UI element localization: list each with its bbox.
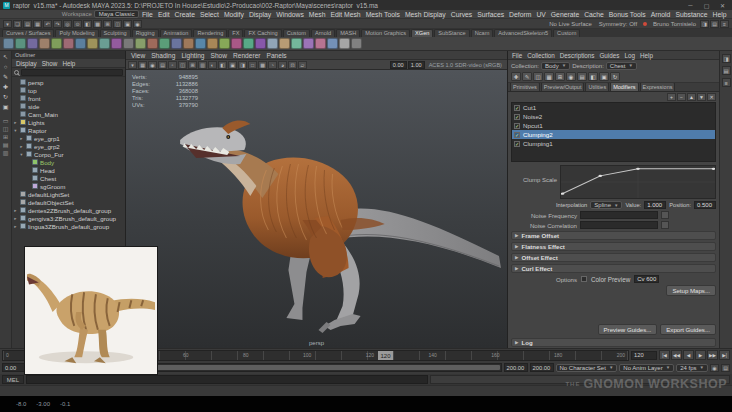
shelf-icon[interactable] (159, 38, 170, 49)
collection-dropdown[interactable]: Body ▼ (541, 62, 570, 70)
shelf-icon[interactable] (231, 38, 242, 49)
menu-item[interactable]: Curves (448, 11, 475, 18)
noise-frequency-field[interactable] (580, 211, 658, 219)
menu-item[interactable]: Generate (548, 11, 581, 18)
shelf-icon[interactable] (3, 38, 14, 49)
shelf-icon[interactable] (15, 38, 26, 49)
outliner-menu-item[interactable]: Display (16, 60, 37, 67)
shelf-icon[interactable] (63, 38, 74, 49)
playback-end-field[interactable]: 200.00 (504, 363, 528, 372)
mel-toggle-button[interactable]: MEL (2, 375, 24, 384)
menu-item[interactable]: Deform (507, 11, 534, 18)
status-line-icon[interactable]: ▤ (23, 20, 32, 28)
modifier-tool-icon[interactable]: − (677, 93, 686, 101)
playback-button[interactable]: ◀ (683, 350, 694, 360)
live-surface-indicator[interactable]: No Live Surface (546, 21, 595, 27)
outliner-item[interactable]: side (12, 102, 125, 110)
outliner-item[interactable]: ▸ Lights (12, 118, 125, 126)
outliner-header[interactable]: Outliner (12, 51, 125, 59)
outliner-item[interactable]: sgGroom (12, 182, 125, 190)
menu-item[interactable]: Display (246, 11, 273, 18)
viewport-toolbar-icon[interactable]: □ (248, 61, 257, 69)
expand-arrow-icon[interactable]: ▸ (13, 120, 18, 125)
menu-item[interactable]: Surfaces (475, 11, 507, 18)
xgen-menu-item[interactable]: Guides (599, 52, 619, 59)
panel-toggle-icon[interactable]: ▤ (722, 66, 731, 75)
modifier-tool-icon[interactable]: ▲ (687, 93, 696, 101)
menu-item[interactable]: Edit Mesh (328, 11, 363, 18)
shelf-tab[interactable]: Rendering (193, 29, 227, 37)
xgen-tab[interactable]: Primitives (510, 83, 540, 91)
viewport-toolbar-icon[interactable]: ◕ (278, 61, 287, 69)
fps-dropdown[interactable]: 24 fps ▼ (676, 364, 708, 372)
xgen-toolbar-icon[interactable]: ↻ (610, 72, 620, 81)
shelf-icon[interactable] (75, 38, 86, 49)
xgen-tab[interactable]: Preview/Output (541, 83, 585, 91)
log-section-header[interactable]: ▶ Log (511, 338, 716, 347)
description-dropdown[interactable]: Chest ▼ (606, 62, 637, 70)
status-line-icon[interactable]: ↶ (43, 20, 52, 28)
outliner-item[interactable]: ▸ lingua3ZBrush_default_group (12, 222, 125, 230)
shelf-tab[interactable]: MASH (336, 29, 360, 37)
viewport-canvas[interactable]: Verts: 948895 Edges: 1132886 Faces: 3680… (126, 70, 507, 348)
cv-field[interactable]: Cv 600 (634, 275, 659, 283)
section-header[interactable]: ▶ Offset Effect (511, 253, 716, 262)
color-preview-checkbox[interactable] (581, 276, 587, 282)
current-time-field[interactable]: 120 (631, 351, 657, 360)
map-button-icon[interactable] (661, 211, 669, 219)
status-line-icon[interactable]: ◎ (63, 20, 72, 28)
shelf-tab[interactable]: Sculpting (100, 29, 131, 37)
layout-preset-icon[interactable]: ▥ (1, 150, 10, 157)
shelf-icon[interactable] (267, 38, 278, 49)
xgen-toolbar-icon[interactable]: ▣ (599, 72, 609, 81)
sidebar-toggle-icon[interactable]: ▤ (710, 20, 719, 28)
viewport-toolbar-icon[interactable]: ◉ (148, 61, 157, 69)
section-header[interactable]: ▶ Frame Offset (511, 231, 716, 240)
expand-arrow-icon[interactable]: ▾ (13, 128, 18, 133)
xgen-tab[interactable]: Modifiers (610, 83, 638, 91)
menu-item[interactable]: Mesh (306, 11, 328, 18)
current-frame-marker[interactable]: 120 (378, 351, 393, 360)
outliner-item[interactable]: Body (12, 158, 125, 166)
panel-toggle-icon[interactable]: ◨ (722, 54, 731, 63)
xgen-toolbar-icon[interactable]: ✎ (522, 72, 532, 81)
shelf-icon[interactable] (243, 38, 254, 49)
maximize-button[interactable]: ▢ (700, 2, 713, 9)
outliner-item[interactable]: persp (12, 78, 125, 86)
outliner-menu-item[interactable]: Help (62, 60, 75, 67)
shelf-tab[interactable]: Curves / Surfaces (2, 29, 54, 37)
animation-preferences-icon[interactable]: ▤ (721, 364, 730, 372)
modifier-enabled-checkbox[interactable]: ✓ (514, 105, 520, 111)
status-line-icon[interactable]: ◧ (83, 20, 92, 28)
modifier-enabled-checkbox[interactable]: ✓ (514, 132, 520, 138)
animation-end-field[interactable]: 200.00 (530, 363, 554, 372)
shelf-tab[interactable]: Rigging (132, 29, 159, 37)
shelf-icon[interactable] (207, 38, 218, 49)
sidebar-toggle-icon[interactable]: ≡ (720, 20, 729, 28)
xgen-toolbar-icon[interactable]: ◧ (588, 72, 598, 81)
section-header[interactable]: ▶ Curl Effect (511, 264, 716, 273)
outliner-item[interactable]: ▸ eye_grp1 (12, 134, 125, 142)
viewport-toolbar-icon[interactable]: ◔ (268, 61, 277, 69)
shelf-icon[interactable] (291, 38, 302, 49)
tool-icon[interactable]: ○ (1, 63, 11, 72)
colorspace-indicator[interactable]: ACES 1.0 SDR-video (sRGB) (426, 62, 505, 68)
modifier-enabled-checkbox[interactable]: ✓ (514, 123, 520, 129)
viewport-toolbar-icon[interactable]: ▣ (228, 61, 237, 69)
tool-icon[interactable]: ↻ (1, 93, 11, 102)
modifier-enabled-checkbox[interactable]: ✓ (514, 141, 520, 147)
sidebar-toggle-icon[interactable]: ◨ (700, 20, 709, 28)
menu-item[interactable]: Help (710, 11, 729, 18)
shelf-icon[interactable] (147, 38, 158, 49)
shelf-icon[interactable] (111, 38, 122, 49)
position-field[interactable]: 0.500 (694, 201, 716, 209)
outliner-item[interactable]: Cam_Main (12, 110, 125, 118)
preview-guides-button[interactable]: Preview Guides... (598, 324, 658, 335)
tool-icon[interactable]: ✎ (1, 73, 11, 82)
shelf-tab[interactable]: AdvancedSkeleton5 (494, 29, 552, 37)
xgen-toolbar-icon[interactable]: ⊞ (555, 72, 565, 81)
modifier-item[interactable]: ✓ Cut1 (512, 103, 715, 112)
shelf-tab[interactable]: Arnold (311, 29, 335, 37)
viewport-menu-item[interactable]: Lighting (181, 52, 204, 59)
playback-button[interactable]: ▶▶ (707, 350, 718, 360)
